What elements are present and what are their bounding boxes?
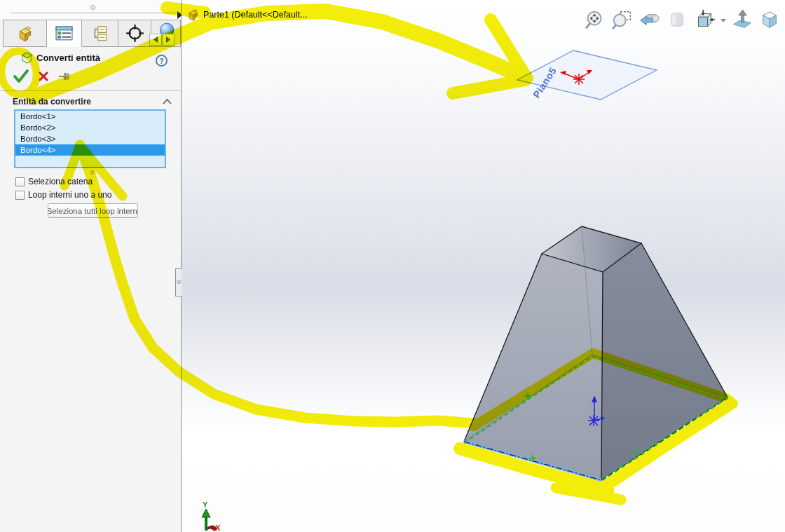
solidworks-window: Piano5 <box>0 0 785 532</box>
configurations-icon <box>91 25 109 43</box>
checkbox-box[interactable] <box>15 177 25 186</box>
tab-configuration-manager[interactable] <box>82 20 118 47</box>
cancel-x-icon[interactable] <box>38 71 49 82</box>
part-icon <box>186 8 200 22</box>
list-item[interactable]: Bordo<3> <box>15 133 165 144</box>
list-item[interactable]: Bordo<2> <box>15 122 165 133</box>
view-orientation-icon[interactable] <box>692 8 717 33</box>
panel-tab-nav <box>149 34 175 46</box>
graphics-viewport[interactable] <box>182 0 785 532</box>
list-item[interactable]: Bordo<1> <box>15 111 165 122</box>
panel-top-strip <box>0 0 181 20</box>
collapse-chevron-icon[interactable] <box>163 99 172 104</box>
tab-scroll-right-button[interactable] <box>162 34 175 46</box>
panel-top-grip[interactable] <box>90 5 95 10</box>
feature-tree-root-label[interactable]: Parte1 (Default<<Default... <box>203 10 308 20</box>
panel-separator <box>0 90 181 91</box>
panel-title-row: Converti entità <box>21 52 100 64</box>
checkbox-loop-interni[interactable]: Loop interni uno a uno <box>15 190 111 200</box>
select-all-inner-loops-button[interactable]: Seleziona tutti loop interni <box>48 203 138 218</box>
heads-up-toolbar <box>582 8 782 33</box>
display-style-icon[interactable] <box>757 8 782 33</box>
checkbox-label: Loop interni uno a uno <box>28 190 111 200</box>
tab-dimxpert[interactable] <box>118 20 151 47</box>
section-view-icon[interactable] <box>664 8 690 33</box>
panel-splitter-handle[interactable] <box>175 268 182 296</box>
flyout-expand-icon[interactable] <box>176 11 183 20</box>
feature-tree-flyout[interactable]: Parte1 (Default<<Default... <box>176 7 308 22</box>
normal-to-icon[interactable] <box>730 8 755 33</box>
arrow-left-icon <box>153 36 158 43</box>
listbox-resize-grip[interactable] <box>90 170 95 175</box>
entities-listbox[interactable]: Bordo<1> Bordo<2> Bordo<3> Bordo<4> <box>14 109 166 168</box>
checkbox-label: Seleziona catena <box>28 177 93 186</box>
zoom-to-area-icon[interactable] <box>610 8 635 33</box>
arrow-right-icon <box>165 36 171 43</box>
group-header: Entità da convertire <box>13 97 91 107</box>
splitter-grip-dot <box>177 280 181 284</box>
panel-title: Converti entità <box>36 53 100 63</box>
panel-divider[interactable] <box>181 0 182 532</box>
zoom-to-fit-icon[interactable] <box>582 8 608 33</box>
tab-feature-manager[interactable] <box>4 20 47 47</box>
panel-action-buttons <box>13 69 74 83</box>
property-manager-icon <box>55 25 74 42</box>
ok-check-icon[interactable] <box>13 69 29 83</box>
list-item-selected[interactable]: Bordo<4> <box>15 144 165 156</box>
dimxpert-icon <box>125 24 144 43</box>
pin-icon[interactable] <box>57 71 74 81</box>
property-manager-panel: Converti entità ? Entità da convertire B… <box>0 0 181 532</box>
panel-top-divider <box>11 13 179 13</box>
tab-property-manager[interactable] <box>47 20 82 47</box>
checkbox-seleziona-catena[interactable]: Seleziona catena <box>15 177 93 186</box>
help-icon[interactable]: ? <box>156 55 168 67</box>
convert-entities-icon <box>21 52 33 64</box>
tab-scroll-left-button[interactable] <box>149 34 162 46</box>
checkbox-box[interactable] <box>15 191 25 200</box>
previous-view-icon[interactable] <box>637 8 662 33</box>
view-orientation-dropdown-icon[interactable] <box>719 8 728 33</box>
features-icon <box>16 25 34 43</box>
